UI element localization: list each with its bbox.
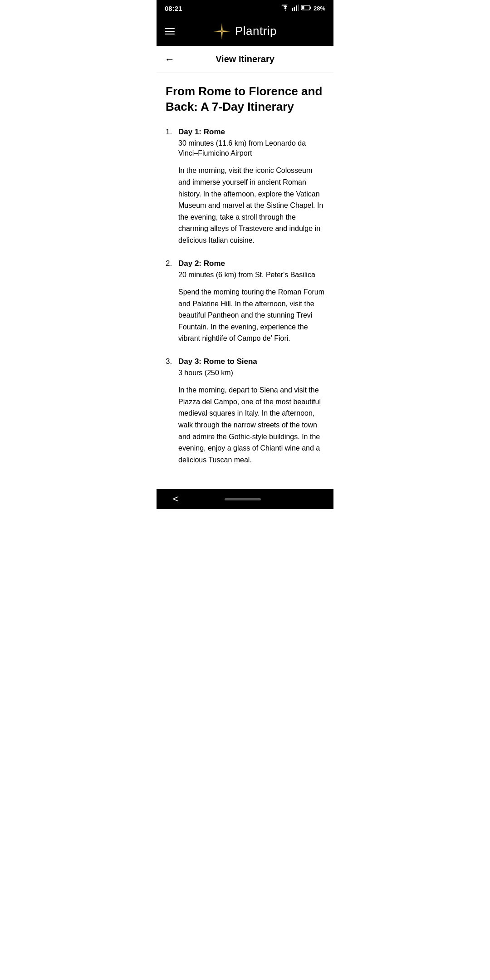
day-number: 3. — [166, 357, 178, 366]
app-name: Plantrip — [235, 24, 277, 38]
itinerary-content: From Rome to Florence and Back: A 7-Day … — [157, 73, 333, 489]
day-number: 1. — [166, 127, 178, 137]
wifi-icon — [281, 5, 289, 12]
status-time: 08:21 — [165, 5, 182, 12]
day-description: Spend the morning touring the Roman Foru… — [178, 286, 324, 344]
svg-rect-5 — [310, 6, 311, 9]
svg-rect-6 — [302, 6, 304, 9]
list-item: 2. Day 2: Rome 20 minutes (6 km) from St… — [166, 259, 324, 344]
day-distance: 3 hours (250 km) — [178, 368, 324, 378]
status-icons: 28% — [281, 5, 325, 12]
day-title: Day 2: Rome — [178, 259, 225, 268]
day-number: 2. — [166, 259, 178, 268]
list-item: 3. Day 3: Rome to Siena 3 hours (250 km)… — [166, 357, 324, 466]
home-indicator[interactable] — [225, 498, 261, 500]
svg-rect-3 — [298, 5, 299, 11]
day-distance: 30 minutes (11.6 km) from Leonardo da Vi… — [178, 138, 324, 159]
itinerary-title: From Rome to Florence and Back: A 7-Day … — [166, 84, 324, 115]
svg-rect-2 — [296, 5, 297, 11]
back-button[interactable]: ← — [165, 54, 175, 65]
app-header: Plantrip — [157, 16, 333, 46]
bottom-bar: < — [157, 489, 333, 509]
day-header-row: 3. Day 3: Rome to Siena — [166, 357, 324, 366]
day-header-row: 1. Day 1: Rome — [166, 127, 324, 137]
svg-point-12 — [221, 30, 223, 32]
battery-percentage: 28% — [314, 5, 325, 12]
menu-button[interactable] — [165, 28, 175, 34]
hamburger-line-1 — [165, 28, 175, 29]
list-item: 1. Day 1: Rome 30 minutes (11.6 km) from… — [166, 127, 324, 246]
signal-icon — [292, 5, 299, 12]
svg-rect-0 — [292, 8, 293, 11]
day-header-row: 2. Day 2: Rome — [166, 259, 324, 268]
app-title-container: Plantrip — [213, 23, 277, 40]
battery-icon — [301, 5, 311, 12]
nav-back-button[interactable]: < — [173, 493, 179, 505]
day-description: In the morning, depart to Siena and visi… — [178, 384, 324, 466]
status-bar: 08:21 2 — [157, 0, 333, 16]
hamburger-line-3 — [165, 34, 175, 34]
day-title: Day 3: Rome to Siena — [178, 357, 257, 366]
day-description: In the morning, visit the iconic Colosse… — [178, 165, 324, 246]
day-list: 1. Day 1: Rome 30 minutes (11.6 km) from… — [166, 127, 324, 466]
page-header: ← View Itinerary — [157, 46, 333, 73]
day-title: Day 1: Rome — [178, 127, 225, 137]
page-title: View Itinerary — [216, 54, 274, 64]
hamburger-line-2 — [165, 31, 175, 32]
app-logo — [213, 23, 230, 40]
day-distance: 20 minutes (6 km) from St. Peter's Basil… — [178, 270, 324, 280]
svg-rect-1 — [294, 7, 295, 11]
